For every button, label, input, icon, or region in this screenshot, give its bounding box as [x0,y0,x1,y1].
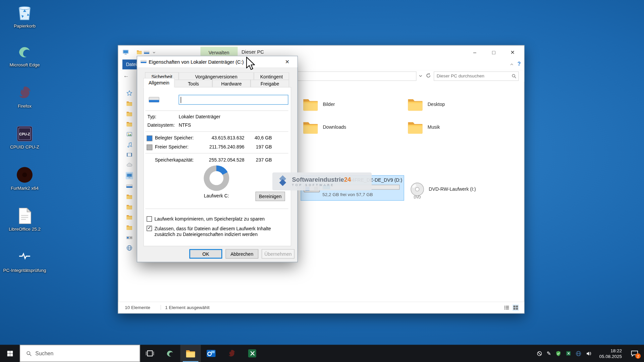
pen-icon[interactable]: ✎ [547,350,551,356]
folder-tile-downloads[interactable]: Downloads [302,117,396,137]
status-selected-count: 1 Element ausgewählt [161,305,210,310]
desktop-icon-pc-health[interactable]: PC-Integritätsprüfung [2,247,47,273]
quick-access-star-icon[interactable] [126,90,133,97]
cleanup-button[interactable]: Bereinigen [256,192,285,201]
refresh-icon[interactable] [426,73,431,78]
this-pc-monitor-icon[interactable] [126,172,133,179]
compress-drive-checkbox[interactable] [147,216,152,222]
taskbar-search-placeholder: Suchen [35,350,53,356]
address-dropdown-chevron-icon[interactable] [418,73,423,78]
nav-videos-icon[interactable] [126,152,133,158]
tab-hardware[interactable]: Hardware [212,80,251,87]
notification-badge: 2 [635,353,641,359]
ok-button[interactable]: OK [189,249,222,258]
tab-vorgaengerversionen[interactable]: Vorgängerversionen [179,72,254,80]
cancel-button[interactable]: Abbrechen [225,249,258,258]
free-space-bytes: 211.756.240.896 [201,144,245,149]
maximize-button[interactable]: □ [484,46,503,59]
focus-assist-icon[interactable] [536,350,542,356]
task-view-button[interactable] [140,345,160,362]
nav-usb-drive-icon[interactable] [126,234,133,241]
volume-icon[interactable] [586,350,592,356]
qat-drive-icon[interactable] [144,50,150,55]
filesystem-value: NTFS [179,123,191,128]
system-tray: ✎ 18:22 05.08.2025 2 [536,345,644,362]
nav-folder-icon[interactable] [126,121,133,127]
drive-tile-dvd[interactable]: DVD-RW-Laufwerk (I:) [407,179,505,201]
taskbar-explorer-button[interactable] [180,345,201,362]
furmark-icon [15,165,34,184]
desktop-icon-firefox[interactable]: Firefox [2,83,47,109]
taskbar-spreadsheet-button[interactable] [242,345,262,362]
nav-drive-icon[interactable] [126,183,133,190]
compress-drive-label: Laufwerk komprimieren, um Speicherplatz … [154,216,288,221]
taskbar-search-box[interactable]: Suchen [20,345,140,362]
free-space-label: Freier Speicher: [155,144,189,149]
desktop-icon-label: FurMark2 x64 [11,185,39,190]
drive-icon [141,59,147,65]
nav-folder-icon[interactable] [126,100,133,107]
tab-freigabe[interactable]: Freigabe [251,80,289,87]
desktop-icon-furmark[interactable]: FurMark2 x64 [2,165,47,190]
volume-label-input[interactable] [179,95,288,105]
qat-folder-icon[interactable] [137,49,142,55]
qat-customize-chevron-icon[interactable] [152,51,156,55]
drive-name: DVD-RW-Laufwerk (I:) [429,187,476,192]
text-caret [181,97,181,103]
collapse-ribbon-chevron-icon[interactable] [509,62,514,67]
desktop-icon-label: LibreOffice 25.2 [9,227,41,232]
taskbar-clock[interactable]: 18:22 05.08.2025 [599,348,622,359]
help-icon[interactable]: ? [518,61,521,67]
taskbar-outlook-button[interactable] [201,345,221,362]
desktop-icon-libreoffice[interactable]: LibreOffice 25.2 [2,206,47,232]
nav-folder-icon[interactable] [126,224,133,231]
nav-folder-icon[interactable] [126,214,133,221]
back-arrow-icon[interactable]: ← [123,72,129,79]
minimize-button[interactable]: – [465,46,484,59]
network-globe-icon[interactable] [575,350,581,356]
desktop-icon-recycle-bin[interactable]: Papierkorb [2,3,47,28]
separator [145,110,288,111]
nav-folder-icon[interactable] [126,203,133,210]
onedrive-cloud-icon[interactable] [126,162,133,168]
general-tab-page: Typ: Lokaler Datenträger Dateisystem: NT… [143,87,291,246]
type-value: Lokaler Datenträger [179,114,220,119]
firefox-icon [226,348,237,359]
desktop-icon-cpuz[interactable]: CPUID CPU-Z [2,124,47,149]
desktop-icon-edge[interactable]: Microsoft Edge [2,42,47,67]
capacity-label: Speicherkapazität: [155,158,194,163]
desktop-icon-label: PC-Integritätsprüfung [3,267,46,273]
folder-tile-desktop[interactable]: Desktop [407,94,501,114]
folder-tile-bilder[interactable]: Bilder [302,94,396,114]
nav-folder-icon[interactable] [126,193,133,200]
search-icon[interactable] [511,73,517,79]
view-list-icon[interactable] [503,305,509,311]
desktop-icon-label: Microsoft Edge [10,62,40,67]
close-button[interactable]: ✕ [503,46,522,59]
drive-icon-large [147,95,161,106]
nav-pictures-icon[interactable] [126,131,133,138]
security-shield-icon[interactable] [555,350,561,356]
action-center-button[interactable]: 2 [629,348,640,359]
used-space-legend-swatch [147,135,152,141]
status-bar: 10 Elemente 1 Element ausgewählt [118,302,524,313]
dialog-titlebar[interactable]: Eigenschaften von Lokaler Datenträger (C… [137,56,298,67]
nav-folder-icon[interactable] [126,110,133,117]
index-contents-checkbox[interactable] [147,226,152,231]
explorer-search-input[interactable]: Dieser PC durchsuchen [434,71,519,81]
task-view-icon [145,349,154,358]
used-space-bytes: 43.615.813.632 [201,135,245,140]
clock-date: 05.08.2025 [599,353,622,359]
tray-app-icon[interactable] [566,351,571,356]
network-globe-icon[interactable] [126,245,133,251]
dialog-close-icon[interactable]: ✕ [285,59,289,65]
taskbar-edge-button[interactable] [160,345,180,362]
view-grid-icon[interactable] [513,305,519,311]
nav-music-icon[interactable] [126,141,133,148]
tab-allgemein[interactable]: Allgemein [143,78,174,87]
start-button[interactable] [0,345,20,362]
tab-tools[interactable]: Tools [174,80,212,87]
tab-kontingent[interactable]: Kontingent [254,72,289,80]
folder-tile-musik[interactable]: Musik [407,117,501,137]
taskbar-firefox-button[interactable] [221,345,242,362]
